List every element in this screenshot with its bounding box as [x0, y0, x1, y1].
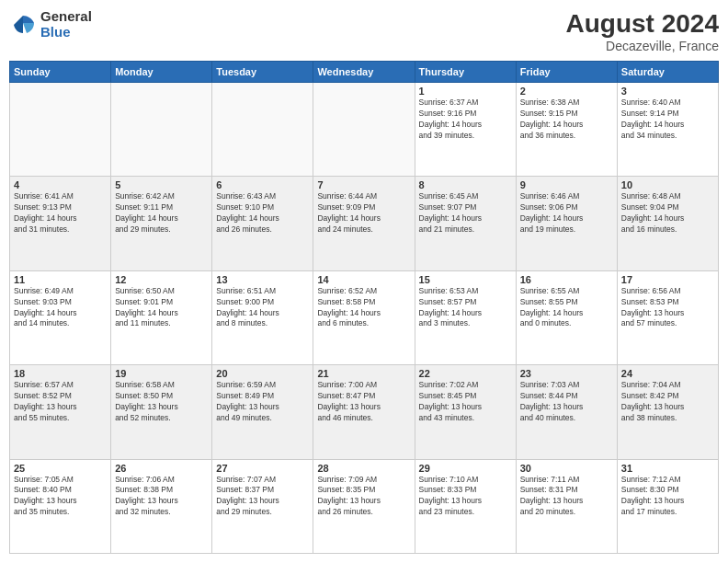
day-number: 8 [419, 179, 512, 190]
day-info: Sunrise: 6:37 AMSunset: 9:16 PMDaylight:… [419, 98, 512, 142]
calendar-cell: 8Sunrise: 6:45 AMSunset: 9:07 PMDaylight… [415, 177, 516, 270]
day-info: Sunrise: 6:43 AMSunset: 9:10 PMDaylight:… [216, 191, 309, 236]
day-number: 9 [520, 179, 613, 190]
calendar-cell [313, 83, 415, 177]
day-info: Sunrise: 6:38 AMSunset: 9:15 PMDaylight:… [520, 98, 613, 142]
day-number: 16 [520, 274, 613, 285]
day-number: 28 [317, 463, 410, 474]
day-info: Sunrise: 7:10 AMSunset: 8:33 PMDaylight:… [419, 475, 512, 519]
day-number: 10 [621, 179, 714, 190]
day-number: 18 [14, 368, 107, 379]
day-number: 31 [621, 463, 714, 474]
header-wednesday: Wednesday [313, 62, 415, 83]
calendar-cell: 24Sunrise: 7:04 AMSunset: 8:42 PMDayligh… [617, 365, 718, 459]
calendar-cell: 20Sunrise: 6:59 AMSunset: 8:49 PMDayligh… [212, 365, 313, 459]
day-number: 26 [115, 463, 208, 474]
month-year-title: August 2024 [566, 9, 720, 39]
logo-text: General Blue [40, 9, 92, 40]
day-info: Sunrise: 6:59 AMSunset: 8:49 PMDaylight:… [216, 380, 309, 424]
day-number: 11 [14, 274, 107, 285]
day-number: 14 [317, 274, 410, 285]
header-thursday: Thursday [415, 62, 516, 83]
day-info: Sunrise: 6:52 AMSunset: 8:58 PMDaylight:… [317, 286, 410, 330]
calendar-cell: 22Sunrise: 7:02 AMSunset: 8:45 PMDayligh… [415, 365, 516, 459]
calendar-week-row-4: 18Sunrise: 6:57 AMSunset: 8:52 PMDayligh… [10, 365, 719, 459]
day-number: 1 [419, 86, 512, 97]
day-number: 12 [115, 274, 208, 285]
day-info: Sunrise: 7:05 AMSunset: 8:40 PMDaylight:… [14, 475, 107, 519]
calendar-cell: 23Sunrise: 7:03 AMSunset: 8:44 PMDayligh… [516, 365, 617, 459]
header-monday: Monday [111, 62, 212, 83]
header-sunday: Sunday [10, 62, 111, 83]
day-number: 23 [520, 368, 613, 379]
calendar-week-row-3: 11Sunrise: 6:49 AMSunset: 9:03 PMDayligh… [10, 270, 719, 364]
day-info: Sunrise: 6:57 AMSunset: 8:52 PMDaylight:… [14, 380, 107, 424]
calendar-cell: 3Sunrise: 6:40 AMSunset: 9:14 PMDaylight… [617, 83, 718, 177]
header-tuesday: Tuesday [212, 62, 313, 83]
day-info: Sunrise: 6:51 AMSunset: 9:00 PMDaylight:… [216, 286, 309, 330]
day-number: 22 [419, 368, 512, 379]
day-info: Sunrise: 7:03 AMSunset: 8:44 PMDaylight:… [520, 380, 613, 424]
day-info: Sunrise: 6:45 AMSunset: 9:07 PMDaylight:… [419, 191, 512, 236]
day-number: 3 [621, 86, 714, 97]
calendar-cell [212, 83, 313, 177]
day-info: Sunrise: 7:06 AMSunset: 8:38 PMDaylight:… [115, 475, 208, 519]
title-block: August 2024 Decazeville, France [566, 9, 720, 53]
calendar-cell [10, 83, 111, 177]
page: General Blue August 2024 Decazeville, Fr… [0, 0, 728, 563]
day-number: 19 [115, 368, 208, 379]
day-info: Sunrise: 6:41 AMSunset: 9:13 PMDaylight:… [14, 191, 107, 236]
day-info: Sunrise: 7:11 AMSunset: 8:31 PMDaylight:… [520, 475, 613, 519]
calendar-cell: 17Sunrise: 6:56 AMSunset: 8:53 PMDayligh… [617, 270, 718, 364]
day-number: 24 [621, 368, 714, 379]
calendar-header-row: Sunday Monday Tuesday Wednesday Thursday… [10, 62, 719, 83]
logo-blue-text: Blue [40, 25, 92, 40]
calendar-cell: 27Sunrise: 7:07 AMSunset: 8:37 PMDayligh… [212, 459, 313, 553]
calendar-cell: 18Sunrise: 6:57 AMSunset: 8:52 PMDayligh… [10, 365, 111, 459]
day-number: 2 [520, 86, 613, 97]
day-number: 30 [520, 463, 613, 474]
day-number: 25 [14, 463, 107, 474]
calendar-cell: 29Sunrise: 7:10 AMSunset: 8:33 PMDayligh… [415, 459, 516, 553]
day-info: Sunrise: 7:07 AMSunset: 8:37 PMDaylight:… [216, 475, 309, 519]
calendar-cell: 5Sunrise: 6:42 AMSunset: 9:11 PMDaylight… [111, 177, 212, 270]
day-info: Sunrise: 6:46 AMSunset: 9:06 PMDaylight:… [520, 191, 613, 236]
day-info: Sunrise: 7:12 AMSunset: 8:30 PMDaylight:… [621, 475, 714, 519]
day-number: 27 [216, 463, 309, 474]
day-info: Sunrise: 6:58 AMSunset: 8:50 PMDaylight:… [115, 380, 208, 424]
calendar-cell: 11Sunrise: 6:49 AMSunset: 9:03 PMDayligh… [10, 270, 111, 364]
day-info: Sunrise: 6:44 AMSunset: 9:09 PMDaylight:… [317, 191, 410, 236]
calendar-cell: 7Sunrise: 6:44 AMSunset: 9:09 PMDaylight… [313, 177, 415, 270]
logo: General Blue [9, 9, 92, 40]
day-number: 7 [317, 179, 410, 190]
day-number: 21 [317, 368, 410, 379]
day-number: 15 [419, 274, 512, 285]
day-info: Sunrise: 6:42 AMSunset: 9:11 PMDaylight:… [115, 191, 208, 236]
calendar-week-row-1: 1Sunrise: 6:37 AMSunset: 9:16 PMDaylight… [10, 83, 719, 177]
logo-icon [9, 11, 37, 39]
calendar-cell: 30Sunrise: 7:11 AMSunset: 8:31 PMDayligh… [516, 459, 617, 553]
calendar-cell: 6Sunrise: 6:43 AMSunset: 9:10 PMDaylight… [212, 177, 313, 270]
calendar-cell: 9Sunrise: 6:46 AMSunset: 9:06 PMDaylight… [516, 177, 617, 270]
calendar-cell: 19Sunrise: 6:58 AMSunset: 8:50 PMDayligh… [111, 365, 212, 459]
header-friday: Friday [516, 62, 617, 83]
day-info: Sunrise: 6:53 AMSunset: 8:57 PMDaylight:… [419, 286, 512, 330]
calendar-cell: 16Sunrise: 6:55 AMSunset: 8:55 PMDayligh… [516, 270, 617, 364]
calendar-week-row-5: 25Sunrise: 7:05 AMSunset: 8:40 PMDayligh… [10, 459, 719, 553]
day-info: Sunrise: 6:49 AMSunset: 9:03 PMDaylight:… [14, 286, 107, 330]
calendar-cell: 21Sunrise: 7:00 AMSunset: 8:47 PMDayligh… [313, 365, 415, 459]
calendar-cell [111, 83, 212, 177]
day-info: Sunrise: 6:48 AMSunset: 9:04 PMDaylight:… [621, 191, 714, 236]
day-number: 13 [216, 274, 309, 285]
calendar-cell: 2Sunrise: 6:38 AMSunset: 9:15 PMDaylight… [516, 83, 617, 177]
header-saturday: Saturday [617, 62, 718, 83]
day-info: Sunrise: 6:56 AMSunset: 8:53 PMDaylight:… [621, 286, 714, 330]
day-number: 4 [14, 179, 107, 190]
calendar-cell: 15Sunrise: 6:53 AMSunset: 8:57 PMDayligh… [415, 270, 516, 364]
day-number: 29 [419, 463, 512, 474]
calendar-cell: 31Sunrise: 7:12 AMSunset: 8:30 PMDayligh… [617, 459, 718, 553]
calendar-cell: 28Sunrise: 7:09 AMSunset: 8:35 PMDayligh… [313, 459, 415, 553]
day-info: Sunrise: 6:40 AMSunset: 9:14 PMDaylight:… [621, 98, 714, 142]
calendar-cell: 14Sunrise: 6:52 AMSunset: 8:58 PMDayligh… [313, 270, 415, 364]
day-info: Sunrise: 7:09 AMSunset: 8:35 PMDaylight:… [317, 475, 410, 519]
